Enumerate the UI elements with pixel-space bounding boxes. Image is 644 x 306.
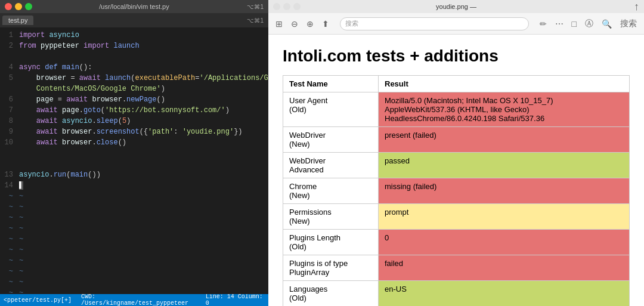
result-cell: Mozilla/5.0 (Macintosh; Intel Mac OS X 1… (379, 92, 630, 127)
col-header-test: Test Name (283, 76, 379, 92)
code-area[interactable]: 1 2 4 5 6 7 8 9 10 13 14 ~ ~ ~ ~ ~ (0, 27, 268, 294)
table-row: Languages (Old)en-US (283, 281, 630, 307)
result-cell: present (failed) (379, 127, 630, 153)
table-row: Chrome (New)missing (failed) (283, 178, 630, 204)
test-name-cell: WebDriver Advanced (283, 153, 379, 178)
browser-traffic-lights (273, 3, 301, 10)
share-icon[interactable]: ⬆ (320, 18, 332, 30)
table-row: WebDriver Advancedpassed (283, 153, 630, 178)
result-cell: 0 (379, 230, 630, 255)
browser-content: Intoli.com tests + additions Test Name R… (268, 35, 644, 306)
zoom-out-icon[interactable]: ⊖ (289, 18, 301, 30)
test-name-cell: User Agent (Old) (283, 92, 379, 127)
search-placeholder: 搜索 (345, 19, 358, 28)
close-button[interactable] (5, 3, 12, 10)
right-panel: youdie.png — ↑ ⊞ ⊖ ⊕ ⬆ 搜索 ✏ ⋯ □ Ⓐ 🔍 搜索 I… (268, 0, 644, 306)
share-icon[interactable]: ↑ (634, 1, 639, 13)
result-cell: prompt (379, 204, 630, 230)
toolbar-search-label: 搜索 (618, 17, 639, 30)
code-display: import asyncio from pyppeteer import lau… (17, 27, 268, 294)
col-header-result: Result (379, 76, 630, 92)
table-row: Plugins is of type PluginArrayfailed (283, 255, 630, 281)
nav-sidebar-icon[interactable]: ⊞ (273, 18, 285, 30)
line-numbers: 1 2 4 5 6 7 8 9 10 13 14 ~ ~ ~ ~ ~ (0, 27, 17, 294)
tab-label: test.py (8, 17, 27, 24)
results-table: Test Name Result User Agent (Old)Mozilla… (283, 75, 630, 306)
terminal-shortcut: ⌥⌘1 (247, 4, 264, 10)
terminal-title: /usr/local/bin/vim test.py (99, 3, 169, 10)
reader-icon[interactable]: Ⓐ (583, 17, 596, 30)
left-panel: /usr/local/bin/vim test.py ⌥⌘1 test.py ⌥… (0, 0, 268, 306)
browser-window-title: youdie.png — (436, 3, 476, 10)
more-icon[interactable]: ⋯ (553, 18, 566, 30)
browser-toolbar: ⊞ ⊖ ⊕ ⬆ 搜索 ✏ ⋯ □ Ⓐ 🔍 搜索 (268, 13, 644, 35)
page-title: Intoli.com tests + additions (283, 47, 630, 66)
table-row: WebDriver (New)present (failed) (283, 127, 630, 153)
traffic-lights (5, 3, 32, 10)
status-file: <ppeteer/test.py[+] (4, 297, 72, 304)
zoom-in-icon[interactable]: ⊕ (304, 18, 316, 30)
minimize-button[interactable] (15, 3, 22, 10)
browser-max[interactable] (293, 3, 301, 10)
test-name-cell: Chrome (New) (283, 178, 379, 204)
table-row: User Agent (Old)Mozilla/5.0 (Macintosh; … (283, 92, 630, 127)
address-bar[interactable]: 搜索 (340, 17, 529, 30)
test-name-cell: Permissions (New) (283, 204, 379, 230)
test-name-cell: Languages (Old) (283, 281, 379, 307)
search-icon[interactable]: 🔍 (599, 18, 614, 30)
test-name-cell: Plugins is of type PluginArray (283, 255, 379, 281)
result-cell: en-US (379, 281, 630, 307)
tab-bar: test.py ⌥⌘1 (0, 13, 268, 27)
browser-titlebar: youdie.png — ↑ (268, 0, 644, 13)
test-name-cell: Plugins Length (Old) (283, 230, 379, 255)
maximize-button[interactable] (25, 3, 32, 10)
file-tab[interactable]: test.py (2, 16, 33, 25)
test-name-cell: WebDriver (New) (283, 127, 379, 153)
status-bar: <ppeteer/test.py[+] CWD: /Users/kingname… (0, 294, 268, 306)
table-row: Permissions (New)prompt (283, 204, 630, 230)
result-cell: passed (379, 153, 630, 178)
browser-close[interactable] (273, 3, 280, 10)
status-cwd: CWD: /Users/kingname/test_pyppeteer (81, 293, 196, 306)
terminal-titlebar: /usr/local/bin/vim test.py ⌥⌘1 (0, 0, 268, 13)
bookmark-icon[interactable]: □ (569, 18, 579, 30)
result-cell: failed (379, 255, 630, 281)
status-position: Line: 14 Column: 0 (206, 293, 265, 306)
tab-shortcut: ⌥⌘1 (247, 17, 266, 24)
edit-icon[interactable]: ✏ (537, 18, 549, 30)
browser-min[interactable] (283, 3, 290, 10)
result-cell: missing (failed) (379, 178, 630, 204)
table-row: Plugins Length (Old)0 (283, 230, 630, 255)
